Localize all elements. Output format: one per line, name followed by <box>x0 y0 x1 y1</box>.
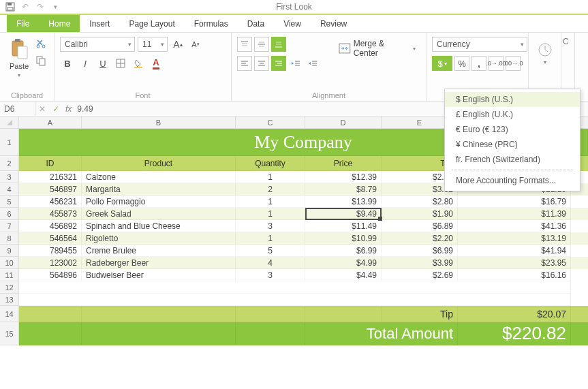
copy-icon[interactable] <box>35 55 46 68</box>
cell[interactable]: Radeberger Beer <box>82 257 236 269</box>
cell[interactable] <box>236 306 305 322</box>
cell[interactable]: Calzone <box>82 171 236 183</box>
cell[interactable]: 789455 <box>19 245 82 257</box>
cell[interactable] <box>236 322 305 345</box>
tab-insert[interactable]: Insert <box>80 15 119 32</box>
cell[interactable]: Rigoletto <box>82 232 236 245</box>
align-middle-button[interactable] <box>254 37 269 52</box>
cell[interactable]: $11.49 <box>305 220 382 232</box>
undo-button[interactable]: ↶ <box>19 1 31 13</box>
col-header[interactable]: B <box>82 116 236 128</box>
select-all-corner[interactable] <box>0 116 19 128</box>
cell[interactable]: $10.99 <box>305 232 382 245</box>
dropdown-more[interactable]: More Accounting Formats... <box>445 173 580 188</box>
italic-button[interactable]: I <box>78 56 93 71</box>
cell[interactable]: 3 <box>236 269 305 281</box>
row-header[interactable]: 15 <box>0 322 18 345</box>
cell[interactable]: $220.82 <box>458 322 571 345</box>
percent-button[interactable]: % <box>454 56 469 71</box>
cell[interactable]: 1 <box>236 232 305 245</box>
cell[interactable]: $6.99 <box>305 245 382 257</box>
styles-button[interactable]: ▾ <box>534 35 555 65</box>
cut-icon[interactable] <box>35 38 46 51</box>
row-header[interactable]: 3 <box>0 171 18 183</box>
comma-button[interactable]: , <box>471 56 486 71</box>
align-top-button[interactable] <box>237 37 252 52</box>
cell[interactable]: 216321 <box>19 171 82 183</box>
border-button[interactable] <box>113 56 128 71</box>
cell[interactable]: $4.99 <box>305 257 382 269</box>
paste-button[interactable]: Paste ▾ <box>5 35 33 78</box>
font-color-button[interactable]: A <box>149 56 164 71</box>
fill-color-button[interactable] <box>131 56 146 71</box>
decrease-indent-button[interactable] <box>288 56 303 71</box>
cell[interactable]: $4.49 <box>305 269 382 281</box>
cell[interactable]: $9.49 <box>305 208 382 220</box>
underline-button[interactable]: U <box>95 56 110 71</box>
cell[interactable]: 3 <box>236 220 305 232</box>
row-header[interactable]: 8 <box>0 232 18 245</box>
cell[interactable]: $16.16 <box>458 269 571 281</box>
align-right-button[interactable] <box>271 56 286 71</box>
fx-icon[interactable]: fx <box>63 104 74 114</box>
cell[interactable]: $1.90 <box>382 208 458 220</box>
dropdown-item[interactable]: £ English (U.K.) <box>445 107 580 122</box>
cell[interactable] <box>305 306 382 322</box>
row-header[interactable]: 4 <box>0 183 18 196</box>
cell[interactable]: 455873 <box>19 208 82 220</box>
cell[interactable]: 546897 <box>19 183 82 196</box>
cell[interactable] <box>19 322 82 345</box>
cell[interactable]: Quantity <box>236 156 305 171</box>
grow-font-button[interactable]: A▴ <box>170 37 185 52</box>
cell[interactable] <box>19 294 571 306</box>
cell[interactable]: 1 <box>236 171 305 183</box>
cell[interactable]: $23.95 <box>458 257 571 269</box>
redo-button[interactable]: ↷ <box>34 1 46 13</box>
tab-formulas[interactable]: Formulas <box>185 15 238 32</box>
cell[interactable]: $20.07 <box>458 306 571 322</box>
row-header[interactable]: 5 <box>0 196 18 208</box>
shrink-font-button[interactable]: A▾ <box>188 37 203 52</box>
cell[interactable] <box>19 281 571 294</box>
row-header[interactable]: 14 <box>0 306 18 322</box>
cell[interactable]: $12.39 <box>305 171 382 183</box>
tab-review[interactable]: Review <box>311 15 356 32</box>
row-header[interactable]: 1 <box>0 129 18 156</box>
cell[interactable]: 4 <box>236 257 305 269</box>
cell[interactable]: $13.99 <box>305 196 382 208</box>
cell[interactable]: $11.39 <box>458 208 571 220</box>
font-size-combo[interactable]: 11 <box>138 37 168 52</box>
cell[interactable]: Budweiser Beer <box>82 269 236 281</box>
tab-page-layout[interactable]: Page Layout <box>119 15 184 32</box>
col-header[interactable]: C <box>236 116 305 128</box>
cell[interactable] <box>82 306 236 322</box>
number-format-combo[interactable]: Currency <box>432 37 527 52</box>
increase-decimal-button[interactable]: .0→.00 <box>489 56 504 71</box>
merge-center-button[interactable]: Merge & Center ▾ <box>334 37 420 60</box>
cell[interactable]: $3.99 <box>382 257 458 269</box>
cell[interactable]: $16.79 <box>458 196 571 208</box>
tab-data[interactable]: Data <box>238 15 274 32</box>
tab-view[interactable]: View <box>274 15 311 32</box>
cell[interactable]: $2.20 <box>382 232 458 245</box>
cell[interactable]: $6.99 <box>382 245 458 257</box>
cell[interactable]: ID <box>19 156 82 171</box>
cell[interactable]: $8.79 <box>305 183 382 196</box>
enter-formula-icon[interactable]: ✓ <box>49 104 63 114</box>
cell[interactable]: $6.89 <box>382 220 458 232</box>
cell[interactable]: 564896 <box>19 269 82 281</box>
cell[interactable]: Price <box>305 156 382 171</box>
cell[interactable]: Creme Brulee <box>82 245 236 257</box>
cell[interactable] <box>82 322 236 345</box>
cell[interactable]: Total Amount <box>305 322 458 345</box>
cell[interactable]: $13.19 <box>458 232 571 245</box>
cell[interactable]: Tip <box>382 306 458 322</box>
cancel-formula-icon[interactable]: ✕ <box>35 104 49 114</box>
cell[interactable]: Spinach and Blue Cheese <box>82 220 236 232</box>
row-header[interactable]: 9 <box>0 245 18 257</box>
align-center-button[interactable] <box>254 56 269 71</box>
row-header[interactable]: 13 <box>0 294 18 306</box>
cell[interactable]: Product <box>82 156 236 171</box>
cell[interactable]: Greek Salad <box>82 208 236 220</box>
cell[interactable]: $41.36 <box>458 220 571 232</box>
